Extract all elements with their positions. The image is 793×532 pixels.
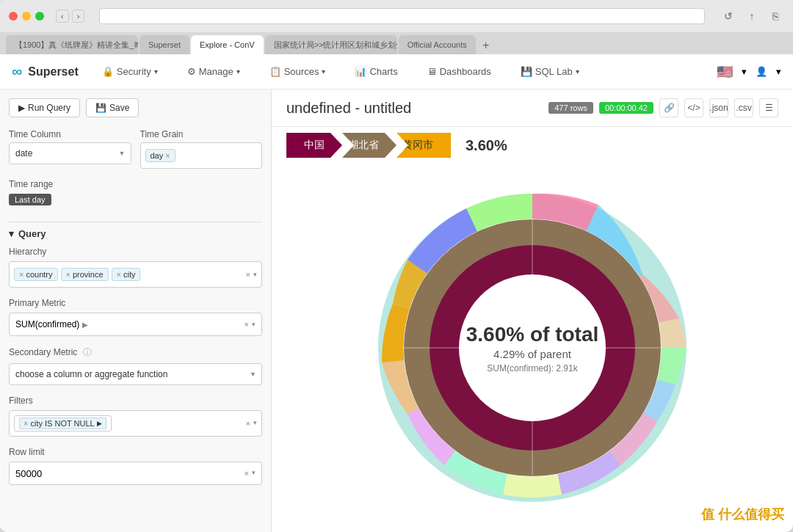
remove-province-icon[interactable]: × — [66, 270, 70, 279]
primary-metric-select[interactable]: SUM(confirmed) ▶ × ▾ — [9, 313, 262, 336]
primary-metric-label: Primary Metric — [9, 298, 262, 308]
browser-tab-2[interactable]: Explore - ConV — [191, 35, 264, 54]
toolbar-actions: ↺ ↑ ⎘ — [720, 7, 784, 25]
url-bar[interactable] — [99, 8, 705, 24]
brand-icon: ∞ — [12, 63, 22, 80]
query-section-header[interactable]: ▾ Query — [9, 228, 262, 239]
right-panel: undefined - untitled 477 rows 00:00:00.4… — [272, 90, 793, 532]
sunburst-chart[interactable]: 3.60% of total 4.29% of parent SUM(confi… — [371, 186, 694, 509]
nav-charts[interactable]: 📊 Charts — [349, 63, 403, 80]
row-limit-label: Row limit — [9, 447, 262, 457]
csv-button[interactable]: .csv — [734, 98, 753, 117]
clear-filters-button[interactable]: × — [246, 419, 250, 428]
time-range-section: Time range Last day — [9, 179, 262, 205]
secondary-metric-label: Secondary Metric ⓘ — [9, 346, 262, 359]
chevron-down-icon: ▾ — [253, 419, 257, 428]
chevron-down-icon: ▾ — [154, 68, 158, 76]
time-grain-tag: day × — [145, 149, 175, 162]
user-icon[interactable]: 👤 — [756, 66, 767, 77]
title-bar: ‹ › ↺ ↑ ⎘ — [0, 0, 793, 32]
run-query-button[interactable]: ▶ Run Query — [9, 98, 80, 117]
json-button[interactable]: .json — [709, 98, 728, 117]
clear-hierarchy-button[interactable]: × — [246, 270, 250, 279]
nav-buttons: ‹ › — [56, 10, 84, 23]
nav-manage-label: Manage — [199, 66, 233, 77]
main-content: ▶ Run Query 💾 Save Time Column date — [0, 90, 793, 532]
breadcrumb-china[interactable]: 中国 — [286, 133, 342, 158]
code-button[interactable]: </> — [684, 98, 703, 117]
nav-charts-label: Charts — [369, 66, 397, 77]
new-tab-button[interactable]: + — [477, 37, 495, 54]
nav-security[interactable]: 🔒 Security ▾ — [96, 63, 164, 80]
sqllab-icon: 💾 — [521, 66, 532, 77]
browser-tab-3[interactable]: 国家统计局>>统计用区划和城乡划分代码 — [265, 35, 397, 54]
refresh-icon[interactable]: ↺ — [720, 7, 737, 25]
info-icon: ⓘ — [83, 347, 92, 357]
metric-expand-icon: ▶ — [82, 321, 88, 329]
save-label: Save — [109, 103, 129, 113]
filters-label: Filters — [9, 396, 262, 406]
filters-input[interactable]: × city IS NOT NULL ▶ × ▾ — [9, 410, 262, 437]
save-button[interactable]: 💾 Save — [86, 98, 139, 117]
nav-sqllab[interactable]: 💾 SQL Lab ▾ — [515, 63, 585, 80]
menu-button[interactable]: ☰ — [759, 98, 778, 117]
time-column-select[interactable]: date — [9, 142, 131, 164]
watermark: 值 什么值得买 — [701, 506, 784, 523]
secondary-metric-select[interactable]: choose a column or aggregate function — [9, 363, 262, 385]
chevron-down-icon: ▾ — [252, 321, 256, 328]
hierarchy-label: Hierarchy — [9, 247, 262, 257]
clear-row-limit-button[interactable]: × — [245, 469, 249, 478]
chevron-down-icon: ▾ — [236, 68, 240, 76]
secondary-metric-wrapper: choose a column or aggregate function — [9, 363, 262, 385]
chevron-down-icon: ▾ — [253, 271, 257, 278]
primary-metric-section: Primary Metric SUM(confirmed) ▶ × ▾ — [9, 298, 262, 336]
browser-tabs: 【1900】真《纸牌屋》精讲全集_晔理晔理... Superset Explor… — [0, 32, 793, 54]
breadcrumb-item-1[interactable]: 湖北省 — [342, 133, 396, 158]
back-button[interactable]: ‹ — [56, 10, 69, 23]
remove-country-icon[interactable]: × — [19, 270, 23, 279]
breadcrumb-percentage: 3.60% — [466, 137, 507, 154]
time-range-tag[interactable]: Last day — [9, 194, 51, 205]
chevron-down-icon: ▾ — [9, 228, 14, 239]
chevron-down-icon: ▾ — [776, 66, 781, 77]
row-limit-input[interactable]: 50000 × ▾ — [9, 462, 262, 485]
chart-title: undefined - untitled — [286, 100, 411, 117]
close-button[interactable] — [9, 12, 18, 21]
maximize-button[interactable] — [35, 12, 44, 21]
time-column-group: Time Column date — [9, 129, 131, 169]
browser-tab-4[interactable]: Official Accounts — [399, 35, 476, 54]
brand-logo: ∞ Superset — [12, 63, 79, 80]
remove-filter-icon[interactable]: × — [23, 419, 28, 428]
run-query-label: Run Query — [28, 103, 70, 113]
remove-grain-icon[interactable]: × — [165, 151, 170, 160]
clear-metric-button[interactable]: × — [245, 320, 249, 329]
link-button[interactable]: 🔗 — [659, 98, 678, 117]
time-grain-input[interactable]: day × — [140, 142, 263, 169]
nav-dashboards[interactable]: 🖥 Dashboards — [421, 63, 497, 80]
browser-tab-1[interactable]: Superset — [140, 35, 189, 54]
lock-icon: 🔒 — [102, 66, 114, 77]
nav-dashboards-label: Dashboards — [440, 66, 491, 77]
minimize-button[interactable] — [22, 12, 31, 21]
panel-actions: ▶ Run Query 💾 Save — [9, 98, 262, 117]
chevron-down-icon: ▾ — [742, 66, 747, 77]
share-icon[interactable]: ↑ — [743, 7, 761, 25]
hierarchy-input[interactable]: × country × province × city × ▾ — [9, 261, 262, 288]
breadcrumb-item-2[interactable]: 黄冈市 — [396, 133, 451, 158]
nav-sources[interactable]: 📋 Sources ▾ — [264, 63, 332, 80]
nav-manage[interactable]: ⚙ Manage ▾ — [181, 63, 246, 80]
center-detail-text: SUM(confirmed): 2.91k — [466, 363, 598, 374]
breadcrumb-item-0[interactable]: 中国 — [286, 133, 342, 158]
time-column-label: Time Column — [9, 129, 131, 139]
remove-city-icon[interactable]: × — [117, 270, 121, 279]
manage-icon: ⚙ — [187, 66, 196, 77]
time-fields-row: Time Column date Time Grain day × — [9, 129, 262, 169]
hierarchy-section: Hierarchy × country × province × — [9, 247, 262, 288]
browser-tab-0[interactable]: 【1900】真《纸牌屋》精讲全集_晔理晔理... — [6, 35, 138, 54]
new-tab-icon[interactable]: ⎘ — [767, 7, 784, 25]
language-flag[interactable]: 🇺🇸 — [717, 64, 733, 80]
time-badge: 00:00:00.42 — [599, 102, 653, 114]
row-limit-section: Row limit 50000 × ▾ — [9, 447, 262, 485]
app-navbar: ∞ Superset 🔒 Security ▾ ⚙ Manage ▾ 📋 Sou… — [0, 54, 793, 90]
forward-button[interactable]: › — [72, 10, 85, 23]
